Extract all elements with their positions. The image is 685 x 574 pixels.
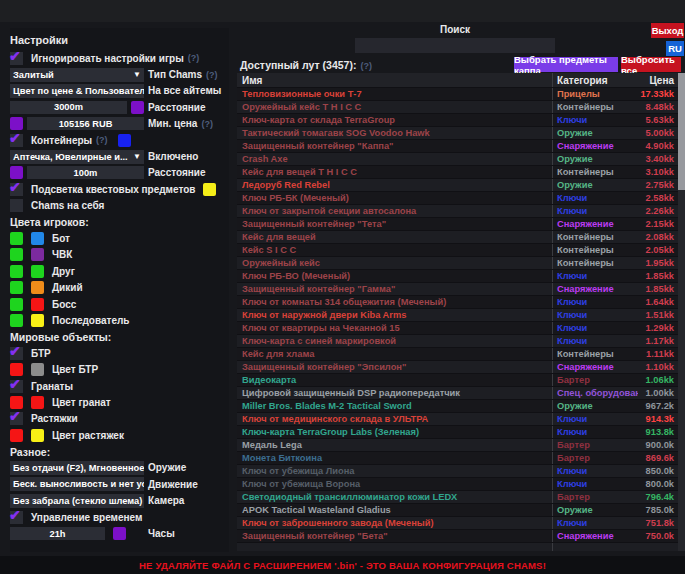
quest-highlight-color-swatch[interactable] bbox=[203, 183, 216, 196]
weapon-dropdown[interactable]: Без отдачи (F2), Мгновенное п▼ bbox=[10, 461, 144, 475]
distance-color-swatch[interactable] bbox=[131, 101, 144, 114]
table-row[interactable]: Защищенный контейнер "Бета"Снаряжение750… bbox=[237, 530, 678, 543]
table-row[interactable]: Светодиодный трансиллюминатор кожи LEDXБ… bbox=[237, 491, 678, 504]
player-color-swatch-2[interactable] bbox=[31, 232, 44, 245]
weapon-label: Оружие bbox=[148, 462, 186, 473]
player-color-swatch-2[interactable] bbox=[31, 265, 44, 278]
table-row[interactable]: Кейс S I C CКонтейнеры2.05kk bbox=[237, 244, 678, 257]
table-row[interactable]: Ключ от наружной двери Kiba ArmsКлючи1.5… bbox=[237, 309, 678, 322]
drop-all-button[interactable]: Выбросить все bbox=[621, 57, 681, 72]
table-row[interactable]: Тепловизионные очки Т-7Прицелы17.33kk bbox=[237, 88, 678, 101]
table-row[interactable]: Ключ от убежища ВоронаКлючи800.0k bbox=[237, 478, 678, 491]
table-row[interactable]: Защищенный контейнер "Каппа"Снаряжение4.… bbox=[237, 140, 678, 153]
help-hint[interactable]: (?) bbox=[360, 61, 372, 71]
camera-dropdown[interactable]: Без забрала (стекло шлема)▼ bbox=[10, 494, 144, 508]
btr-checkbox[interactable]: ✔ bbox=[10, 347, 23, 360]
grenades-checkbox[interactable]: ✔ bbox=[10, 380, 23, 393]
hours-color-swatch[interactable] bbox=[113, 527, 126, 540]
table-row[interactable]: APOK Tactical Wasteland GladiusОружие785… bbox=[237, 504, 678, 517]
self-chams-checkbox[interactable] bbox=[10, 199, 23, 212]
item-price: 4.90kk bbox=[638, 140, 678, 152]
player-color-swatch-1[interactable] bbox=[10, 248, 23, 261]
column-header-name[interactable]: Имя bbox=[237, 73, 553, 87]
table-row[interactable]: Ключ от убежища ЛионаКлючи850.0k bbox=[237, 465, 678, 478]
table-row[interactable]: Ключ-карта TerraGroup Labs (Зеленая)Ключ… bbox=[237, 426, 678, 439]
table-row[interactable]: Медаль LegaБартер900.0k bbox=[237, 439, 678, 452]
item-name: Ключ-карта с синей маркировкой bbox=[237, 335, 553, 347]
table-row[interactable]: Ключ от заброшенного завода (Меченый)Клю… bbox=[237, 517, 678, 530]
loot-scrollbar[interactable] bbox=[678, 73, 685, 551]
check-icon: ✔ bbox=[9, 179, 21, 195]
containers-distance-color-swatch[interactable] bbox=[10, 166, 23, 179]
table-row[interactable]: Кейс для вещейКонтейнеры2.08kk bbox=[237, 231, 678, 244]
table-row[interactable]: Ключ от медицинского склада в УЛЬТРАКлюч… bbox=[237, 413, 678, 426]
exit-button[interactable]: Выход bbox=[651, 23, 684, 38]
item-category: Контейнеры bbox=[553, 348, 638, 360]
table-row[interactable]: Ключ-карта с синей маркировкойКлючи1.17k… bbox=[237, 335, 678, 348]
player-color-swatch-2[interactable] bbox=[31, 248, 44, 261]
table-row[interactable]: Ключ от квартиры на Чеканной 15Ключи1.29… bbox=[237, 322, 678, 335]
containers-distance-input[interactable]: 100m bbox=[27, 166, 144, 179]
select-kappa-items-button[interactable]: Выбрать предметы каппа bbox=[514, 57, 618, 72]
grenade-color-swatch-1[interactable] bbox=[10, 396, 23, 409]
table-row[interactable]: Защищенный контейнер "Гамма"Снаряжение1.… bbox=[237, 283, 678, 296]
player-color-swatch-1[interactable] bbox=[10, 298, 23, 311]
tripwire-color-swatch-1[interactable] bbox=[10, 429, 23, 442]
btr-color-swatch-1[interactable] bbox=[10, 363, 23, 376]
hours-input[interactable]: 21h bbox=[10, 527, 105, 540]
player-color-swatch-2[interactable] bbox=[31, 314, 44, 327]
column-header-price[interactable]: Цена bbox=[638, 73, 678, 87]
table-row[interactable]: Crash AxeОружие3.40kk bbox=[237, 153, 678, 166]
table-row[interactable]: Монета БиткоинаБартер869.6k bbox=[237, 452, 678, 465]
loot-scrollbar-thumb[interactable] bbox=[678, 73, 685, 190]
table-row[interactable]: Кейс для хламаКонтейнеры1.11kk bbox=[237, 348, 678, 361]
table-row[interactable]: Ключ от закрытой секции автосалонаКлючи2… bbox=[237, 205, 678, 218]
tripwires-checkbox[interactable]: ✔ bbox=[10, 412, 23, 425]
table-row[interactable]: Ключ РБ-БК (Меченый)Ключи2.58kk bbox=[237, 192, 678, 205]
table-row[interactable] bbox=[237, 543, 678, 551]
table-row[interactable]: Ледоруб Red RebelОружие2.75kk bbox=[237, 179, 678, 192]
table-row[interactable]: Цифровой защищенный DSP радиопередатчикС… bbox=[237, 387, 678, 400]
table-row[interactable]: Защищенный контейнер "Эпсилон"Снаряжение… bbox=[237, 361, 678, 374]
table-row[interactable]: ВидеокартаБартер1.06kk bbox=[237, 374, 678, 387]
help-hint[interactable]: (?) bbox=[201, 119, 213, 129]
containers-filter-dropdown[interactable]: Аптечка, Ювелирные и...▼ bbox=[10, 150, 144, 164]
search-input[interactable] bbox=[355, 38, 555, 53]
containers-checkbox[interactable]: ✔ bbox=[10, 134, 23, 147]
item-name: APOK Tactical Wasteland Gladius bbox=[237, 504, 553, 516]
help-hint[interactable]: (?) bbox=[188, 53, 200, 63]
help-hint[interactable]: (?) bbox=[206, 70, 218, 80]
help-hint[interactable]: (?) bbox=[96, 135, 108, 145]
color-mode-dropdown[interactable]: Цвет по цене & Пользователы▼ bbox=[10, 84, 144, 98]
item-category: Ключи bbox=[553, 296, 638, 308]
table-row[interactable]: Ключ-карта от склада TerraGroupКлючи5.63… bbox=[237, 114, 678, 127]
player-color-swatch-1[interactable] bbox=[10, 281, 23, 294]
table-row[interactable]: Оружейный кейсКонтейнеры1.95kk bbox=[237, 257, 678, 270]
min-price-input[interactable]: 105156 RUB bbox=[27, 117, 144, 130]
table-row[interactable]: Miller Bros. Blades M-2 Tactical SwordОр… bbox=[237, 400, 678, 413]
grenade-color-swatch-2[interactable] bbox=[31, 396, 44, 409]
table-row[interactable]: Оружейный кейс Т Н I С СКонтейнеры8.48kk bbox=[237, 101, 678, 114]
column-header-category[interactable]: Категория bbox=[553, 73, 638, 87]
table-row[interactable]: Кейс для вещей Т Н I С СКонтейнеры3.10kk bbox=[237, 166, 678, 179]
table-row[interactable]: Тактический томагавк SOG Voodoo HawkОруж… bbox=[237, 127, 678, 140]
player-color-swatch-2[interactable] bbox=[31, 281, 44, 294]
time-control-checkbox[interactable]: ✔ bbox=[10, 511, 23, 524]
player-color-swatch-2[interactable] bbox=[31, 298, 44, 311]
player-color-swatch-1[interactable] bbox=[10, 232, 23, 245]
distance-input[interactable]: 3000m bbox=[10, 101, 127, 114]
tripwire-color-swatch-2[interactable] bbox=[31, 429, 44, 442]
player-color-swatch-1[interactable] bbox=[10, 314, 23, 327]
player-color-row: ЧВК bbox=[10, 247, 229, 263]
table-row[interactable]: Ключ РБ-ВО (Меченый)Ключи1.85kk bbox=[237, 270, 678, 283]
containers-color-swatch[interactable] bbox=[118, 134, 131, 147]
table-row[interactable]: Защищенный контейнер "Тета"Снаряжение2.1… bbox=[237, 218, 678, 231]
quest-highlight-checkbox[interactable]: ✔ bbox=[10, 183, 23, 196]
btr-color-swatch-2[interactable] bbox=[31, 363, 44, 376]
movement-dropdown[interactable]: Беск. выносливость и нет уста▼ bbox=[10, 477, 144, 491]
chams-type-dropdown[interactable]: Залитый▼ bbox=[10, 68, 144, 82]
ignore-game-settings-checkbox[interactable]: ✔ bbox=[10, 52, 23, 65]
table-row[interactable]: Ключ от комнаты 314 общежития (Меченый)К… bbox=[237, 296, 678, 309]
player-color-swatch-1[interactable] bbox=[10, 265, 23, 278]
min-price-color-swatch[interactable] bbox=[10, 117, 23, 130]
